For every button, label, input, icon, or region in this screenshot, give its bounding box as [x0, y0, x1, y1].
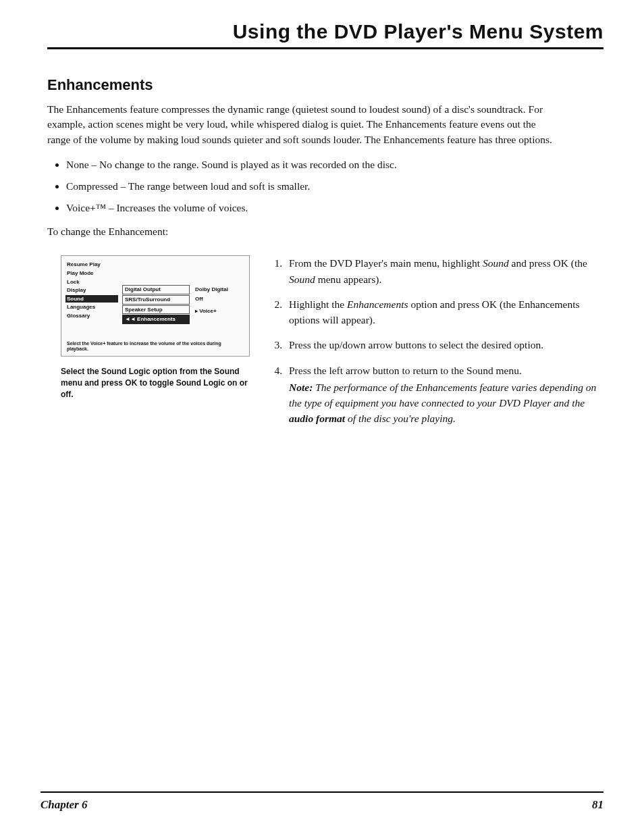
page-footer: Chapter 6 81 — [41, 791, 603, 812]
menu-right-item — [194, 305, 236, 306]
steps-list: From the DVD Player's main menu, highlig… — [269, 255, 603, 426]
footer-chapter: Chapter 6 — [41, 798, 87, 812]
section-heading: Enhancements — [47, 76, 603, 94]
menu-left-item: Glossary — [65, 312, 118, 320]
intro-paragraph: The Enhancements feature compresses the … — [47, 102, 560, 147]
step-item: Press the up/down arrow buttons to selec… — [285, 337, 603, 352]
step-text: and press OK (the — [509, 257, 587, 269]
options-list: None – No change to the range. Sound is … — [47, 157, 603, 216]
step-text: Press the up/down arrow buttons to selec… — [289, 339, 543, 350]
menu-mid-item: SRS/TruSurround — [122, 295, 190, 305]
step-item: From the DVD Player's main menu, highlig… — [285, 255, 603, 287]
step-text: Highlight the — [289, 298, 347, 310]
option-item: None – No change to the range. Sound is … — [66, 157, 603, 173]
right-column: From the DVD Player's main menu, highlig… — [269, 255, 603, 436]
step-item: Press the left arrow button to return to… — [285, 363, 603, 427]
menu-hint-text: Select the Voice+ feature to increase th… — [67, 341, 244, 352]
menu-right-pane: Dolby Digital Off ▸ Voice+ — [194, 284, 236, 316]
footer-page-number: 81 — [592, 798, 603, 812]
menu-left-pane: Resume Play Play Mode Lock Display Sound… — [65, 260, 118, 320]
menu-left-item: Lock — [65, 278, 118, 286]
page-title: Using the DVD Player's Menu System — [47, 20, 603, 49]
menu-right-item: ▸ Voice+ — [194, 307, 236, 315]
menu-left-item: Play Mode — [65, 269, 118, 278]
step-em: Sound — [483, 257, 509, 269]
menu-screenshot: Resume Play Play Mode Lock Display Sound… — [61, 255, 250, 357]
content-row: Resume Play Play Mode Lock Display Sound… — [47, 255, 603, 436]
note-body: of the disc you're playing. — [345, 413, 456, 424]
step-text: menu appears). — [315, 273, 382, 285]
menu-left-item-selected: Sound — [65, 295, 118, 303]
step-text: Press the left arrow button to return to… — [289, 365, 522, 376]
menu-left-item: Languages — [65, 303, 118, 311]
option-item: Compressed – The range between loud and … — [66, 178, 603, 194]
step-em: Sound — [289, 273, 315, 285]
step-text: From the DVD Player's main menu, highlig… — [289, 257, 483, 269]
menu-mid-item-selected: ◄◄ Enhancements — [122, 315, 190, 324]
note-block: Note: The performance of the Enhancement… — [289, 380, 603, 427]
menu-left-item: Resume Play — [65, 261, 118, 269]
note-bold: audio format — [289, 413, 345, 424]
page: Using the DVD Player's Menu System Enhan… — [0, 0, 644, 836]
screenshot-caption: Select the Sound Logic option from the S… — [61, 366, 250, 400]
lead-in-text: To change the Enhancement: — [47, 226, 603, 238]
menu-mid-item: Digital Output — [122, 285, 190, 294]
menu-right-item: Off — [194, 295, 236, 303]
menu-middle-pane: Digital Output SRS/TruSurround Speaker S… — [122, 284, 190, 324]
menu-right-item: Dolby Digital — [194, 286, 236, 294]
menu-mid-item: Speaker Setup — [122, 305, 190, 315]
note-body: The performance of the Enhancements feat… — [289, 382, 596, 409]
option-item: Voice+™ – Increases the volume of voices… — [66, 200, 603, 216]
menu-left-item: Display — [65, 286, 118, 294]
step-item: Highlight the Enhancements option and pr… — [285, 296, 603, 328]
left-column: Resume Play Play Mode Lock Display Sound… — [47, 255, 250, 400]
step-em: Enhancements — [347, 298, 408, 310]
note-label: Note: — [289, 382, 313, 393]
